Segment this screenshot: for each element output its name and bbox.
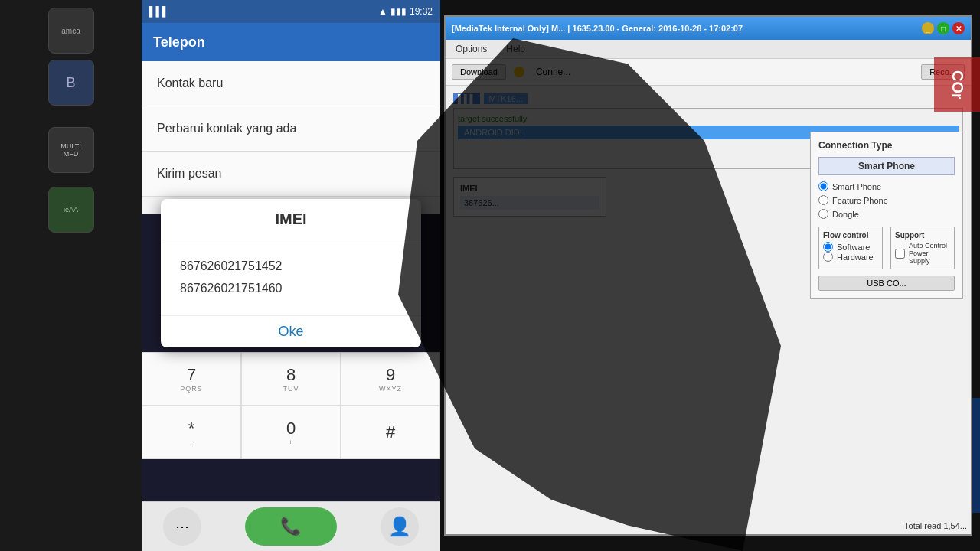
taskbar-icon-bb[interactable]: B (48, 60, 94, 106)
imei-dialog-footer: Oke (161, 315, 421, 347)
menu-help[interactable]: Help (502, 42, 529, 56)
contacts-icon: 👤 (388, 516, 411, 537)
menu-item-new-contact[interactable]: Kontak baru (142, 61, 440, 106)
key-7[interactable]: 7 PQRS (142, 352, 241, 406)
menu-dots-icon: ⋯ (175, 518, 189, 535)
phone-keypad: 7 PQRS 8 TUV 9 WXYZ * · 0 + # (142, 352, 440, 459)
win-toolbar: Download Conne... Reco... (446, 59, 971, 86)
call-icon: 📞 (280, 517, 301, 536)
imei-dialog-title: IMEI (161, 199, 421, 240)
connection-panel: Connection Type Smart Phone Smart Phone … (810, 132, 963, 299)
win-menubar: Options Help (446, 40, 971, 59)
phone-title: Telepon (153, 34, 205, 51)
key-hash[interactable]: # (341, 406, 440, 459)
win-controls: _ □ ✕ (922, 22, 965, 34)
time-display: 19:32 (410, 6, 433, 17)
flow-software[interactable]: Software (823, 242, 878, 252)
win-titlebar: [MediaTek Internal Only] M... | 1635.23.… (446, 17, 971, 40)
usb-com-button[interactable]: USB CO... (818, 276, 955, 291)
maximize-button[interactable]: □ (937, 22, 949, 34)
target-success-text: target successfully (458, 114, 959, 123)
cor-label: COr (934, 57, 980, 112)
taskbar-icon-settings[interactable]: ieAA (48, 187, 94, 233)
contacts-button[interactable]: 👤 (381, 507, 419, 546)
win-title: [MediaTek Internal Only] M... | 1635.23.… (452, 24, 743, 33)
radio-dongle[interactable]: Dongle (818, 209, 955, 219)
key-0[interactable]: 0 + (241, 406, 341, 459)
windows-app: [MediaTek Internal Only] M... | 1635.23.… (444, 15, 972, 536)
status-left: ▌▌▌ (149, 6, 169, 17)
connection-type-title: Connection Type (818, 140, 955, 151)
imei2-value: 867626021751460 (180, 278, 402, 300)
menu-button[interactable]: ⋯ (163, 507, 201, 546)
imei-dialog: IMEI 867626021751452 867626021751460 Oke (161, 199, 421, 347)
support-auto[interactable]: Auto Control Power Supply (895, 242, 950, 265)
ok-button[interactable]: Oke (263, 320, 318, 343)
taskbar-icon-amca[interactable]: amca (48, 8, 94, 54)
close-button[interactable]: ✕ (952, 22, 965, 34)
support-panel: Support Auto Control Power Supply (890, 227, 955, 269)
smart-phone-label: Smart Phone (818, 157, 955, 175)
key-9[interactable]: 9 WXYZ (341, 352, 440, 406)
minimize-button[interactable]: _ (922, 22, 934, 34)
total-read-label: Total read 1,54... (904, 521, 967, 530)
menu-options[interactable]: Options (452, 42, 491, 56)
download-button[interactable]: Download (452, 64, 506, 80)
phone-header: Telepon (142, 23, 440, 61)
flow-hardware[interactable]: Hardware (823, 252, 878, 262)
status-indicator (514, 67, 524, 77)
imei1-value: 867626021751452 (180, 256, 402, 278)
status-right: ▲ ▮▮▮ 19:32 (378, 6, 433, 17)
wifi-icon: ▲ (378, 6, 387, 17)
log-header: ▌▌▌ MTK16... (453, 93, 963, 104)
keypad-row-2: * · 0 + # (142, 406, 440, 459)
battery-icon: ▮▮▮ (390, 6, 407, 17)
radio-feature-phone[interactable]: Feature Phone (818, 195, 955, 205)
key-8[interactable]: 8 TUV (241, 352, 341, 406)
call-button[interactable]: 📞 (245, 507, 337, 546)
connect-label: Conne... (536, 67, 570, 77)
imei-label: IMEI (460, 184, 599, 193)
radio-group: Smart Phone Feature Phone Dongle (818, 181, 955, 219)
menu-item-send-message[interactable]: Kirim pesan (142, 152, 440, 197)
taskbar-icon-bb-label: B (66, 75, 75, 91)
win-content: ▌▌▌ MTK16... target successfully ANDROID… (446, 86, 971, 534)
flow-control-title: Flow control (823, 231, 878, 240)
imei-dialog-body: 867626021751452 867626021751460 (161, 240, 421, 315)
imei-info-box: IMEI 367626... (453, 177, 606, 217)
support-title: Support (895, 231, 950, 240)
key-star[interactable]: * · (142, 406, 241, 459)
taskbar-icon-multi-label: MULTIMFD (60, 142, 80, 158)
taskbar: amca B MULTIMFD ieAA (0, 0, 142, 551)
menu-item-update-contact[interactable]: Perbarui kontak yang ada (142, 106, 440, 152)
signal-icon: ▌▌▌ (149, 6, 169, 17)
flow-support-row: Flow control Software Hardware Support A… (818, 227, 955, 269)
phone-status-bar: ▌▌▌ ▲ ▮▮▮ 19:32 (142, 0, 440, 23)
flow-control-panel: Flow control Software Hardware (818, 227, 883, 269)
taskbar-icon-settings-label: ieAA (64, 206, 78, 214)
phone-menu: Kontak baru Perbarui kontak yang ada Kir… (142, 61, 440, 214)
imei-value-display: 367626... (460, 196, 599, 210)
taskbar-icon-multi[interactable]: MULTIMFD (48, 127, 94, 173)
phone-action-bar: ⋯ 📞 👤 (142, 501, 440, 551)
keypad-row-1: 7 PQRS 8 TUV 9 WXYZ (142, 352, 440, 406)
radio-smart-phone[interactable]: Smart Phone (818, 181, 955, 191)
